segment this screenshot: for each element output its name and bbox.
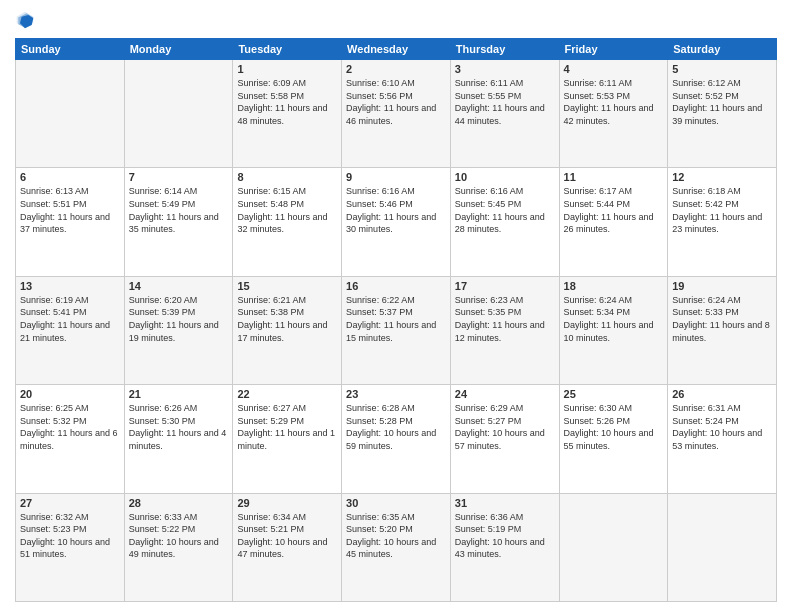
calendar-cell: 8Sunrise: 6:15 AM Sunset: 5:48 PM Daylig… — [233, 168, 342, 276]
calendar-cell — [668, 493, 777, 601]
calendar-cell — [559, 493, 668, 601]
day-number: 27 — [20, 497, 120, 509]
cell-info: Sunrise: 6:24 AM Sunset: 5:33 PM Dayligh… — [672, 294, 772, 344]
cell-info: Sunrise: 6:11 AM Sunset: 5:55 PM Dayligh… — [455, 77, 555, 127]
calendar-cell: 20Sunrise: 6:25 AM Sunset: 5:32 PM Dayli… — [16, 385, 125, 493]
day-number: 6 — [20, 171, 120, 183]
calendar-cell: 28Sunrise: 6:33 AM Sunset: 5:22 PM Dayli… — [124, 493, 233, 601]
logo — [15, 10, 39, 30]
calendar-cell: 23Sunrise: 6:28 AM Sunset: 5:28 PM Dayli… — [342, 385, 451, 493]
cell-info: Sunrise: 6:16 AM Sunset: 5:45 PM Dayligh… — [455, 185, 555, 235]
day-number: 26 — [672, 388, 772, 400]
day-number: 19 — [672, 280, 772, 292]
day-header-wednesday: Wednesday — [342, 39, 451, 60]
cell-info: Sunrise: 6:29 AM Sunset: 5:27 PM Dayligh… — [455, 402, 555, 452]
day-number: 29 — [237, 497, 337, 509]
cell-info: Sunrise: 6:11 AM Sunset: 5:53 PM Dayligh… — [564, 77, 664, 127]
day-header-monday: Monday — [124, 39, 233, 60]
day-number: 4 — [564, 63, 664, 75]
calendar-cell: 26Sunrise: 6:31 AM Sunset: 5:24 PM Dayli… — [668, 385, 777, 493]
cell-info: Sunrise: 6:31 AM Sunset: 5:24 PM Dayligh… — [672, 402, 772, 452]
day-header-thursday: Thursday — [450, 39, 559, 60]
cell-info: Sunrise: 6:12 AM Sunset: 5:52 PM Dayligh… — [672, 77, 772, 127]
day-number: 5 — [672, 63, 772, 75]
day-number: 2 — [346, 63, 446, 75]
cell-info: Sunrise: 6:32 AM Sunset: 5:23 PM Dayligh… — [20, 511, 120, 561]
cell-info: Sunrise: 6:23 AM Sunset: 5:35 PM Dayligh… — [455, 294, 555, 344]
cell-info: Sunrise: 6:21 AM Sunset: 5:38 PM Dayligh… — [237, 294, 337, 344]
calendar-cell: 7Sunrise: 6:14 AM Sunset: 5:49 PM Daylig… — [124, 168, 233, 276]
day-number: 25 — [564, 388, 664, 400]
week-row: 27Sunrise: 6:32 AM Sunset: 5:23 PM Dayli… — [16, 493, 777, 601]
day-number: 31 — [455, 497, 555, 509]
calendar-cell: 22Sunrise: 6:27 AM Sunset: 5:29 PM Dayli… — [233, 385, 342, 493]
calendar-cell: 2Sunrise: 6:10 AM Sunset: 5:56 PM Daylig… — [342, 60, 451, 168]
day-number: 15 — [237, 280, 337, 292]
day-number: 30 — [346, 497, 446, 509]
cell-info: Sunrise: 6:13 AM Sunset: 5:51 PM Dayligh… — [20, 185, 120, 235]
calendar-cell: 24Sunrise: 6:29 AM Sunset: 5:27 PM Dayli… — [450, 385, 559, 493]
day-number: 21 — [129, 388, 229, 400]
cell-info: Sunrise: 6:19 AM Sunset: 5:41 PM Dayligh… — [20, 294, 120, 344]
calendar-cell: 25Sunrise: 6:30 AM Sunset: 5:26 PM Dayli… — [559, 385, 668, 493]
calendar-header: SundayMondayTuesdayWednesdayThursdayFrid… — [16, 39, 777, 60]
calendar-table: SundayMondayTuesdayWednesdayThursdayFrid… — [15, 38, 777, 602]
calendar-body: 1Sunrise: 6:09 AM Sunset: 5:58 PM Daylig… — [16, 60, 777, 602]
cell-info: Sunrise: 6:16 AM Sunset: 5:46 PM Dayligh… — [346, 185, 446, 235]
day-number: 9 — [346, 171, 446, 183]
calendar-cell: 18Sunrise: 6:24 AM Sunset: 5:34 PM Dayli… — [559, 276, 668, 384]
cell-info: Sunrise: 6:24 AM Sunset: 5:34 PM Dayligh… — [564, 294, 664, 344]
calendar-cell: 29Sunrise: 6:34 AM Sunset: 5:21 PM Dayli… — [233, 493, 342, 601]
week-row: 1Sunrise: 6:09 AM Sunset: 5:58 PM Daylig… — [16, 60, 777, 168]
calendar-cell: 1Sunrise: 6:09 AM Sunset: 5:58 PM Daylig… — [233, 60, 342, 168]
calendar-cell — [16, 60, 125, 168]
day-number: 3 — [455, 63, 555, 75]
calendar-cell: 15Sunrise: 6:21 AM Sunset: 5:38 PM Dayli… — [233, 276, 342, 384]
day-header-sunday: Sunday — [16, 39, 125, 60]
calendar-cell: 19Sunrise: 6:24 AM Sunset: 5:33 PM Dayli… — [668, 276, 777, 384]
header — [15, 10, 777, 30]
day-number: 14 — [129, 280, 229, 292]
calendar-cell: 5Sunrise: 6:12 AM Sunset: 5:52 PM Daylig… — [668, 60, 777, 168]
calendar-cell: 31Sunrise: 6:36 AM Sunset: 5:19 PM Dayli… — [450, 493, 559, 601]
cell-info: Sunrise: 6:17 AM Sunset: 5:44 PM Dayligh… — [564, 185, 664, 235]
cell-info: Sunrise: 6:18 AM Sunset: 5:42 PM Dayligh… — [672, 185, 772, 235]
cell-info: Sunrise: 6:36 AM Sunset: 5:19 PM Dayligh… — [455, 511, 555, 561]
cell-info: Sunrise: 6:20 AM Sunset: 5:39 PM Dayligh… — [129, 294, 229, 344]
day-number: 20 — [20, 388, 120, 400]
cell-info: Sunrise: 6:33 AM Sunset: 5:22 PM Dayligh… — [129, 511, 229, 561]
calendar-cell: 12Sunrise: 6:18 AM Sunset: 5:42 PM Dayli… — [668, 168, 777, 276]
calendar-cell: 10Sunrise: 6:16 AM Sunset: 5:45 PM Dayli… — [450, 168, 559, 276]
calendar-cell: 6Sunrise: 6:13 AM Sunset: 5:51 PM Daylig… — [16, 168, 125, 276]
day-number: 7 — [129, 171, 229, 183]
day-number: 28 — [129, 497, 229, 509]
cell-info: Sunrise: 6:28 AM Sunset: 5:28 PM Dayligh… — [346, 402, 446, 452]
logo-icon — [15, 10, 35, 30]
calendar-cell: 4Sunrise: 6:11 AM Sunset: 5:53 PM Daylig… — [559, 60, 668, 168]
page: SundayMondayTuesdayWednesdayThursdayFrid… — [0, 0, 792, 612]
cell-info: Sunrise: 6:22 AM Sunset: 5:37 PM Dayligh… — [346, 294, 446, 344]
cell-info: Sunrise: 6:10 AM Sunset: 5:56 PM Dayligh… — [346, 77, 446, 127]
day-number: 10 — [455, 171, 555, 183]
day-number: 17 — [455, 280, 555, 292]
cell-info: Sunrise: 6:27 AM Sunset: 5:29 PM Dayligh… — [237, 402, 337, 452]
week-row: 13Sunrise: 6:19 AM Sunset: 5:41 PM Dayli… — [16, 276, 777, 384]
cell-info: Sunrise: 6:09 AM Sunset: 5:58 PM Dayligh… — [237, 77, 337, 127]
day-number: 16 — [346, 280, 446, 292]
day-number: 12 — [672, 171, 772, 183]
day-number: 22 — [237, 388, 337, 400]
calendar-cell: 16Sunrise: 6:22 AM Sunset: 5:37 PM Dayli… — [342, 276, 451, 384]
calendar-cell: 13Sunrise: 6:19 AM Sunset: 5:41 PM Dayli… — [16, 276, 125, 384]
day-number: 11 — [564, 171, 664, 183]
day-number: 1 — [237, 63, 337, 75]
day-header-friday: Friday — [559, 39, 668, 60]
cell-info: Sunrise: 6:15 AM Sunset: 5:48 PM Dayligh… — [237, 185, 337, 235]
cell-info: Sunrise: 6:34 AM Sunset: 5:21 PM Dayligh… — [237, 511, 337, 561]
day-header-tuesday: Tuesday — [233, 39, 342, 60]
cell-info: Sunrise: 6:14 AM Sunset: 5:49 PM Dayligh… — [129, 185, 229, 235]
calendar-cell: 3Sunrise: 6:11 AM Sunset: 5:55 PM Daylig… — [450, 60, 559, 168]
cell-info: Sunrise: 6:30 AM Sunset: 5:26 PM Dayligh… — [564, 402, 664, 452]
week-row: 6Sunrise: 6:13 AM Sunset: 5:51 PM Daylig… — [16, 168, 777, 276]
calendar-cell — [124, 60, 233, 168]
day-number: 23 — [346, 388, 446, 400]
